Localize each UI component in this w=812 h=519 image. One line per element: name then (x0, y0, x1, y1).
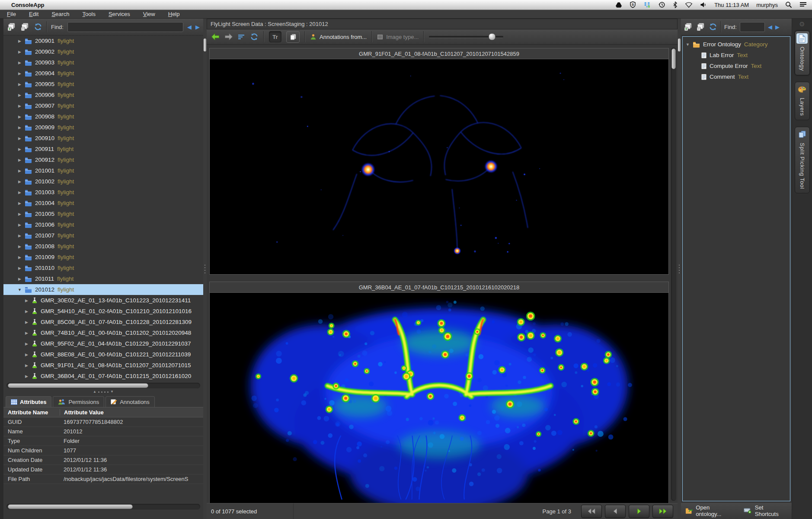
expander-icon[interactable]: ▶ (16, 244, 23, 249)
expand-all-button[interactable] (7, 22, 16, 31)
menu-list-icon[interactable] (799, 2, 807, 8)
expander-icon[interactable]: ▶ (23, 320, 30, 324)
expander-icon[interactable]: ▶ (23, 374, 30, 378)
tree-sample-row[interactable]: ▶GMR_36B04_AE_01_07-fA01b_C101215_201012… (3, 371, 203, 381)
view-options-icon[interactable] (238, 34, 245, 40)
tree-folder-200901[interactable]: ▶200901flylight (3, 35, 203, 46)
back-button[interactable] (211, 33, 220, 41)
menu-file[interactable]: File (7, 11, 16, 17)
next-page-button[interactable] (629, 505, 649, 518)
expander-icon[interactable]: ▼ (16, 288, 23, 292)
expander-icon[interactable]: ▶ (16, 50, 23, 54)
image-panel[interactable]: GMR_91F01_AE_01_08-fA01b_C101207_2010120… (209, 48, 669, 275)
scrollbar-thumb[interactable] (8, 383, 148, 388)
wifi-icon[interactable] (685, 2, 693, 8)
side-tab-ontology[interactable]: Ontology (795, 31, 810, 75)
menu-services[interactable]: Services (109, 11, 130, 17)
refresh-icon[interactable] (709, 23, 717, 31)
forward-button[interactable] (224, 33, 233, 41)
attribute-row[interactable]: TypeFolder (3, 436, 203, 446)
tree-folder-201007[interactable]: ▶201007flylight (3, 230, 203, 241)
confocal-image[interactable] (210, 59, 668, 274)
slider-knob[interactable] (489, 33, 496, 40)
tree-sample-row[interactable]: ▶GMR_30E02_AE_01_13-fA01b_C101223_201012… (3, 295, 203, 306)
expander-icon[interactable]: ▶ (16, 61, 23, 65)
toggle-titles-button[interactable]: Tr (269, 31, 281, 42)
attribute-row[interactable]: GUID1697377077851848802 (3, 417, 203, 427)
tree-sample-row[interactable]: ▶GMR_54H10_AE_01_02-fA01b_C101210_201012… (3, 306, 203, 317)
find-input[interactable] (740, 22, 765, 32)
expander-icon[interactable]: ▶ (16, 223, 23, 227)
expander-icon[interactable]: ▶ (16, 115, 23, 119)
side-tab-split-picking-tool[interactable]: Split Picking Tool (795, 127, 810, 193)
user-menu[interactable]: murphys (756, 2, 778, 8)
spotlight-icon[interactable] (785, 1, 792, 8)
collapse-all-button[interactable] (696, 22, 706, 31)
expander-icon[interactable]: ▶ (16, 212, 23, 216)
attribute-row[interactable]: Creation Date2012/01/12 11:36 (3, 455, 203, 465)
tree-folder-200911[interactable]: ▶200911flylight (3, 144, 203, 154)
app-name[interactable]: ConsoleApp (11, 2, 45, 8)
clock[interactable]: Thu 11:13 AM (714, 2, 749, 8)
tree-folder-200904[interactable]: ▶200904flylight (3, 68, 203, 79)
open-ontology-button[interactable]: Open ontology... (685, 504, 735, 517)
dropbox-icon[interactable] (643, 2, 651, 8)
find-next-icon[interactable]: ▶ (775, 24, 780, 30)
column-header[interactable]: Attribute Value (60, 409, 203, 416)
ontology-term-lab-error[interactable]: Lab ErrorText (683, 50, 790, 61)
expander-icon[interactable]: ▶ (16, 169, 23, 173)
expander-icon[interactable]: ▶ (16, 147, 23, 151)
tree-folder-200903[interactable]: ▶200903flylight (3, 57, 203, 68)
tab-annotations[interactable]: Annotations (105, 396, 155, 407)
expander-icon[interactable]: ▶ (16, 234, 23, 238)
left-tree-hscrollbar[interactable] (6, 383, 200, 388)
scrollbar-thumb[interactable] (671, 48, 676, 69)
ontology-root-row[interactable]: ▼ Error Ontology Category (683, 39, 790, 50)
tree-folder-201009[interactable]: ▶201009flylight (3, 252, 203, 263)
tree-sample-row[interactable]: ▶GMR_95F02_AE_01_04-fA01b_C101229_201012… (3, 338, 203, 349)
tree-folder-200907[interactable]: ▶200907flylight (3, 100, 203, 111)
expander-icon[interactable]: ▶ (16, 190, 23, 195)
expander-icon[interactable]: ▶ (16, 104, 23, 108)
tree-folder-200908[interactable]: ▶200908flylight (3, 111, 203, 122)
find-input[interactable] (67, 22, 183, 32)
expander-icon[interactable]: ▶ (16, 179, 23, 184)
tree-folder-201002[interactable]: ▶201002flylight (3, 176, 203, 187)
left-center-splitter[interactable] (203, 19, 207, 519)
expander-icon[interactable]: ▶ (16, 39, 23, 43)
first-page-button[interactable] (581, 505, 602, 518)
tree-folder-201003[interactable]: ▶201003flylight (3, 187, 203, 198)
expander-icon[interactable]: ▶ (23, 363, 30, 368)
scrollbar-thumb[interactable] (8, 504, 133, 509)
gear-icon[interactable]: ⚙ (799, 20, 805, 28)
image-size-slider[interactable] (429, 36, 503, 38)
attribute-row[interactable]: File Path/nobackup/jacs/jacsData/filesto… (3, 474, 203, 484)
left-horizontal-splitter[interactable]: ▲▼ (3, 389, 203, 395)
tree-folder-200906[interactable]: ▶200906flylight (3, 90, 203, 100)
tree-folder-201001[interactable]: ▶201001flylight (3, 165, 203, 176)
set-shortcuts-button[interactable]: Set Shortcuts (744, 504, 787, 517)
expander-icon[interactable]: ▶ (23, 342, 30, 346)
attribute-row[interactable]: Name201012 (3, 427, 203, 436)
expander-icon[interactable]: ▶ (23, 309, 30, 314)
tree-sample-row[interactable]: ▶GMR_74B10_AE_01_00-fA01b_C101202_201012… (3, 327, 203, 338)
shield-icon[interactable]: S (630, 1, 636, 8)
expander-icon[interactable]: ▶ (16, 136, 23, 141)
expander-icon[interactable]: ▶ (16, 277, 23, 281)
expander-icon[interactable]: ▶ (16, 266, 23, 270)
expander-icon[interactable]: ▶ (16, 82, 23, 86)
attribute-row[interactable]: Num Children1077 (3, 446, 203, 455)
confocal-image[interactable] (210, 293, 668, 503)
expander-icon[interactable]: ▶ (16, 93, 23, 97)
tree-folder-201012[interactable]: ▼201012flylight (3, 284, 203, 295)
expander-icon[interactable]: ▶ (23, 331, 30, 335)
menu-search[interactable]: Search (51, 11, 69, 17)
menu-tools[interactable]: Tools (83, 11, 96, 17)
tree-sample-row[interactable]: ▶GMR_85C08_AE_01_07-fA01b_C101228_201012… (3, 317, 203, 327)
prev-page-button[interactable] (605, 505, 626, 518)
tree-folder-201005[interactable]: ▶201005flylight (3, 208, 203, 219)
attribute-row[interactable]: Updated Date2012/01/12 11:36 (3, 465, 203, 474)
tree-folder-200910[interactable]: ▶200910flylight (3, 133, 203, 144)
tree-folder-201011[interactable]: ▶201011flylight (3, 273, 203, 284)
refresh-icon[interactable] (250, 33, 259, 41)
